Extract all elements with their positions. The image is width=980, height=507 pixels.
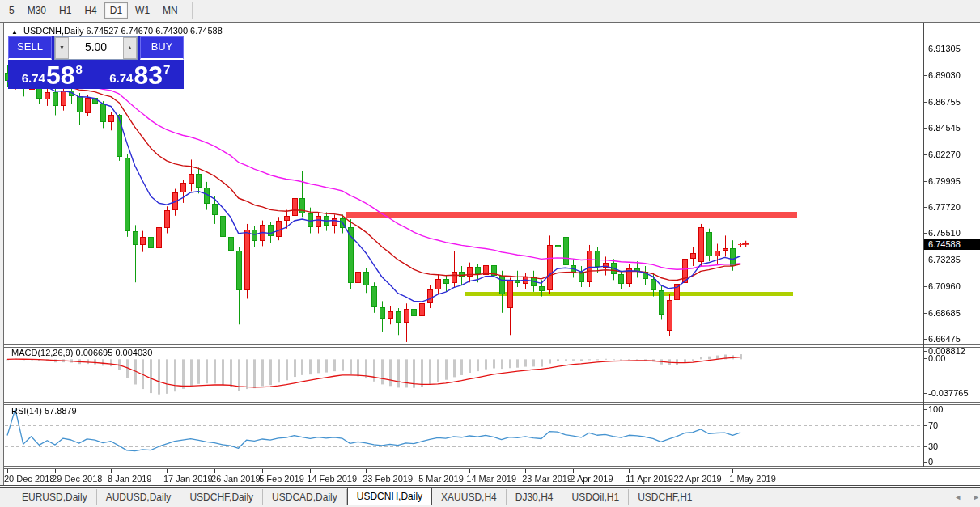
buy-price-button[interactable]: 6.74 83 7 [96, 60, 185, 89]
timeframe-button-h4[interactable]: H4 [78, 2, 102, 19]
rsi-axis-label: 30 [928, 442, 938, 451]
tab-scroll-left-icon[interactable]: ◄ [954, 493, 961, 501]
timeframe-toolbar: 5M30H1H4D1W1MN [0, 0, 980, 21]
timeframe-button-mn[interactable]: MN [157, 2, 184, 19]
date-axis-label: 23 Feb 2019 [363, 474, 413, 484]
volume-increase-button[interactable]: ▲ [123, 37, 137, 59]
tab-usdcnh-daily[interactable]: USDCNH,Daily [347, 488, 432, 505]
current-price-tag: 6.74588 [924, 239, 980, 250]
timeframe-button-m30[interactable]: M30 [22, 2, 52, 19]
buy-price-sup: 7 [163, 62, 170, 76]
macd-axis-label: -0.037765 [928, 388, 969, 398]
date-axis-label: 22 Apr 2019 [673, 474, 721, 484]
tab-dj30-h4[interactable]: DJ30,H4 [507, 489, 563, 505]
date-axis-label: 1 May 2019 [729, 474, 775, 484]
date-axis-label: 26 Jan 2019 [211, 474, 261, 484]
tab-usdcad-daily[interactable]: USDCAD,Daily [263, 489, 347, 505]
date-axis-label: 14 Mar 2019 [466, 474, 516, 484]
date-axis-label: 29 Dec 2018 [52, 474, 102, 484]
volume-value[interactable]: 5.00 [69, 37, 123, 59]
price-axis-label: 6.68685 [928, 308, 961, 318]
macd-axis-label: 0.00 [928, 353, 945, 363]
volume-stepper: ▼ 5.00 ▲ [54, 36, 138, 60]
price-axis-label: 6.82270 [928, 150, 961, 159]
timeframe-button-5[interactable]: 5 [3, 2, 20, 19]
price-axis-label: 6.91305 [928, 44, 961, 53]
timeframe-button-h1[interactable]: H1 [53, 2, 77, 19]
price-axis-label: 6.77720 [928, 202, 961, 212]
macd-indicator-label: MACD(12,26,9) 0.006695 0.004030 [11, 348, 152, 357]
tab-eurusd-daily[interactable]: EURUSD,Daily [13, 489, 97, 505]
rsi-axis-label: 100 [928, 404, 943, 414]
buy-button[interactable]: BUY [140, 36, 184, 60]
one-click-trade-panel: SELL ▼ 5.00 ▲ BUY 6.74 58 8 6.74 83 7 [8, 36, 184, 89]
price-axis-label: 6.73235 [928, 255, 961, 264]
price-axis-label: 6.79995 [928, 176, 961, 186]
sell-button[interactable]: SELL [8, 36, 52, 60]
tab-xauusd-h4[interactable]: XAUUSD,H4 [432, 489, 507, 505]
tab-audusd-daily[interactable]: AUDUSD,Daily [97, 489, 181, 505]
timeframe-button-w1[interactable]: W1 [129, 2, 155, 19]
price-axis-label: 6.86755 [928, 97, 961, 107]
price-axis-label: 6.84545 [928, 123, 961, 133]
price-axis-label: 6.70960 [928, 281, 961, 291]
rsi-indicator-label: RSI(14) 57.8879 [11, 406, 77, 416]
date-axis-label: 23 Mar 2019 [522, 474, 572, 484]
price-axis-label: 6.66475 [928, 334, 961, 344]
chart-symbol-label: USDCNH,Daily [23, 26, 84, 36]
date-axis-label: 11 Apr 2019 [626, 474, 673, 484]
sell-price-small: 6.74 [22, 71, 45, 85]
collapse-arrow-icon[interactable]: ▲ [11, 28, 18, 36]
tab-nav: ◄► [954, 493, 980, 501]
tab-scroll-right-icon[interactable]: ► [973, 493, 980, 501]
toolbar-separator [192, 2, 193, 19]
sell-price-big: 58 [46, 63, 75, 87]
symbol-tab-bar: EURUSD,DailyAUDUSD,DailyUSDCHF,DailyUSDC… [0, 488, 980, 507]
price-axis-label: 6.75510 [928, 228, 961, 238]
chart-ohlc-readout: 6.74527 6.74670 6.74300 6.74588 [87, 26, 223, 36]
sell-price-sup: 8 [75, 62, 82, 76]
date-axis-label: 5 Feb 2019 [259, 474, 304, 484]
price-axis-label: 6.89030 [928, 70, 961, 80]
volume-decrease-button[interactable]: ▼ [55, 37, 69, 59]
date-axis-label: 5 Mar 2019 [418, 474, 464, 484]
tab-usdchf-daily[interactable]: USDCHF,Daily [180, 489, 263, 505]
buy-price-small: 6.74 [109, 71, 133, 85]
date-axis-label: 17 Jan 2019 [163, 474, 213, 484]
date-axis-label: 14 Feb 2019 [307, 474, 357, 484]
date-axis-label: 20 Dec 2018 [4, 474, 54, 484]
rsi-axis-label: 70 [928, 420, 938, 430]
timeframe-button-d1[interactable]: D1 [104, 2, 128, 19]
date-axis-label: 2 Apr 2019 [570, 474, 613, 484]
chart-title: ▲ USDCNH,Daily 6.74527 6.74670 6.74300 6… [11, 26, 223, 36]
date-axis-label: 8 Jan 2019 [108, 474, 151, 484]
tab-usdoil-h1[interactable]: USDOil,H1 [562, 489, 629, 505]
sell-price-button[interactable]: 6.74 58 8 [8, 60, 96, 89]
tab-usdchf-h1[interactable]: USDCHF,H1 [629, 489, 702, 505]
rsi-axis-label: 0 [928, 457, 933, 467]
buy-price-big: 83 [134, 63, 163, 87]
